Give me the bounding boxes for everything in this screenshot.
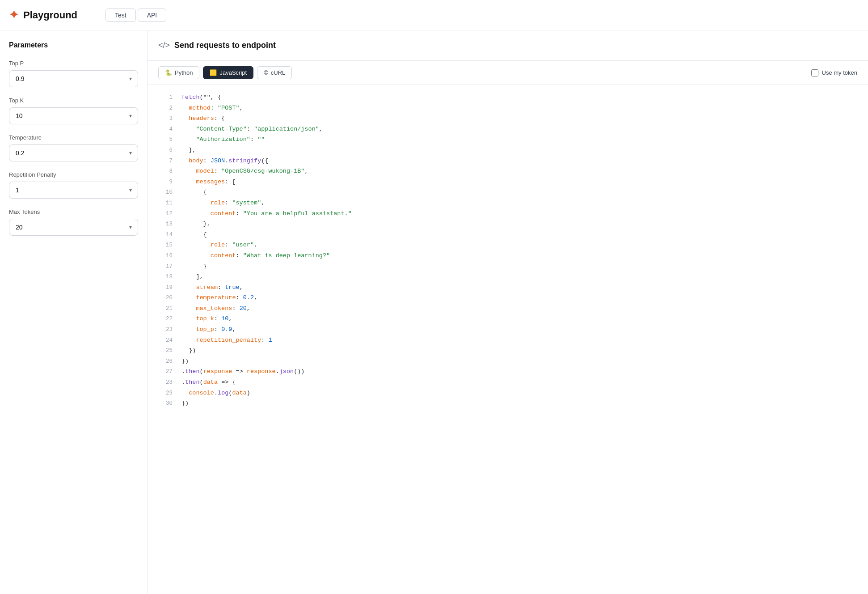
param-select-wrapper-max-tokens: 20 10501002565121024 ▾ <box>9 219 138 236</box>
line-number: 16 <box>158 251 173 260</box>
code-content: } <box>181 262 857 272</box>
code-content: role: "user", <box>181 240 857 250</box>
use-token-area: Use my token <box>811 69 857 76</box>
param-label-repetition-penalty: Repetition Penalty <box>9 171 138 178</box>
code-content: }) <box>181 356 857 366</box>
max-tokens-select[interactable]: 20 10501002565121024 <box>9 219 138 236</box>
code-content: stream: true, <box>181 283 857 293</box>
code-content: messages: [ <box>181 177 857 187</box>
code-line: 21 max_tokens: 20, <box>147 303 868 314</box>
curl-tab-label: cURL <box>271 69 286 76</box>
code-line: 14 { <box>147 229 868 240</box>
param-group-top-p: Top P 0.9 0.10.20.30.40.50.60.70.81.0 ▾ <box>9 60 138 87</box>
param-label-temperature: Temperature <box>9 134 138 141</box>
curl-tab[interactable]: © cURL <box>257 66 292 79</box>
code-line: 29 console.log(data) <box>147 388 868 399</box>
line-number: 14 <box>158 230 173 239</box>
api-tab[interactable]: API <box>138 8 167 22</box>
param-label-max-tokens: Max Tokens <box>9 208 138 215</box>
code-line: 2 method: "POST", <box>147 103 868 114</box>
line-number: 19 <box>158 283 173 292</box>
code-content: { <box>181 187 857 197</box>
app-container: ✦ Playground Test API Parameters Top P 0… <box>0 0 868 594</box>
code-content: "Authorization": "" <box>181 135 857 144</box>
playground-icon: ✦ <box>9 8 19 22</box>
code-line: 5 "Authorization": "" <box>147 134 868 145</box>
code-line: 15 role: "user", <box>147 240 868 250</box>
code-line: 18 ], <box>147 272 868 282</box>
param-group-repetition-penalty: Repetition Penalty 1 1.11.21.31.5 ▾ <box>9 171 138 199</box>
right-header-title: Send requests to endpoint <box>174 41 276 50</box>
param-group-top-k: Top K 10 152050100 ▾ <box>9 97 138 124</box>
python-tab[interactable]: 🐍 Python <box>158 66 199 79</box>
line-number: 9 <box>158 178 173 187</box>
line-number: 3 <box>158 114 173 123</box>
code-content: model: "OpenCSG/csg-wukong-1B", <box>181 166 857 176</box>
javascript-tab[interactable]: 🟨 JavaScript <box>203 66 253 79</box>
code-line: 28.then(data => { <box>147 377 868 388</box>
line-number: 28 <box>158 378 173 387</box>
code-content: body: JSON.stringify({ <box>181 156 857 166</box>
code-content: fetch("", { <box>181 93 857 102</box>
code-line: 6 }, <box>147 145 868 156</box>
code-content: content: "You are a helpful assistant." <box>181 209 857 219</box>
line-number: 23 <box>158 325 173 334</box>
repetition-penalty-select[interactable]: 1 1.11.21.31.5 <box>9 182 138 199</box>
endpoint-icon: </> <box>158 41 170 50</box>
code-content: }) <box>181 346 857 356</box>
code-panel: 🐍 Python 🟨 JavaScript © cURL <box>147 61 868 594</box>
line-number: 13 <box>158 220 173 229</box>
code-line: 26}) <box>147 356 868 367</box>
header-logo: ✦ Playground <box>9 8 98 22</box>
param-select-wrapper-top-k: 10 152050100 ▾ <box>9 107 138 124</box>
code-line: 13 }, <box>147 219 868 229</box>
javascript-icon: 🟨 <box>210 69 217 76</box>
code-line: 10 { <box>147 187 868 198</box>
line-number: 20 <box>158 293 173 302</box>
line-number: 7 <box>158 157 173 165</box>
test-tab[interactable]: Test <box>105 8 136 22</box>
code-content: top_k: 10, <box>181 314 857 324</box>
code-content: max_tokens: 20, <box>181 304 857 314</box>
header: ✦ Playground Test API <box>0 0 868 30</box>
top-k-select[interactable]: 10 152050100 <box>9 107 138 124</box>
code-line: 7 body: JSON.stringify({ <box>147 156 868 166</box>
code-content: }) <box>181 399 857 408</box>
use-token-checkbox[interactable] <box>811 69 818 76</box>
param-group-max-tokens: Max Tokens 20 10501002565121024 ▾ <box>9 208 138 236</box>
python-tab-label: Python <box>175 69 193 76</box>
code-line: 23 top_p: 0.9, <box>147 324 868 335</box>
code-content: role: "system", <box>181 198 857 208</box>
line-number: 29 <box>158 389 173 398</box>
line-number: 17 <box>158 262 173 271</box>
line-number: 26 <box>158 357 173 366</box>
param-label-top-k: Top K <box>9 97 138 104</box>
code-content: }, <box>181 219 857 229</box>
line-number: 21 <box>158 304 173 313</box>
code-line: 20 temperature: 0.2, <box>147 293 868 303</box>
code-tabs-bar: 🐍 Python 🟨 JavaScript © cURL <box>147 61 868 85</box>
code-content: console.log(data) <box>181 388 857 398</box>
code-line: 30}) <box>147 398 868 409</box>
top-p-select[interactable]: 0.9 0.10.20.30.40.50.60.70.81.0 <box>9 70 138 87</box>
code-content: temperature: 0.2, <box>181 293 857 303</box>
code-line: 3 headers: { <box>147 113 868 124</box>
code-content: { <box>181 230 857 240</box>
line-number: 8 <box>158 167 173 176</box>
code-content: headers: { <box>181 114 857 123</box>
temperature-select[interactable]: 0.2 0.00.10.30.50.71.0 <box>9 144 138 161</box>
param-group-temperature: Temperature 0.2 0.00.10.30.50.71.0 ▾ <box>9 134 138 161</box>
use-token-label: Use my token <box>822 69 857 76</box>
right-panel: </> Send requests to endpoint 🐍 Python 🟨… <box>147 30 868 594</box>
code-content: .then(data => { <box>181 378 857 387</box>
right-header: </> Send requests to endpoint <box>147 30 868 61</box>
code-content: content: "What is deep learning?" <box>181 251 857 261</box>
code-content: }, <box>181 145 857 155</box>
line-number: 30 <box>158 399 173 408</box>
code-area: 1fetch("", {2 method: "POST",3 headers: … <box>147 85 868 594</box>
line-number: 11 <box>158 199 173 208</box>
code-content: top_p: 0.9, <box>181 325 857 335</box>
app-title: Playground <box>23 9 77 21</box>
line-number: 5 <box>158 135 173 144</box>
code-line: 8 model: "OpenCSG/csg-wukong-1B", <box>147 166 868 177</box>
